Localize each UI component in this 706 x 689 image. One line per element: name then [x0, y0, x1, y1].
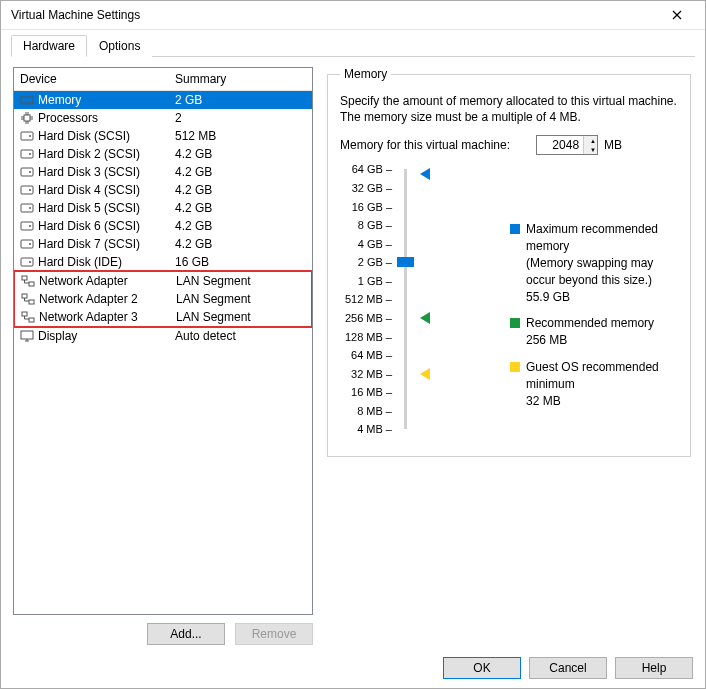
device-name: Hard Disk 2 (SCSI): [38, 147, 140, 161]
device-row[interactable]: Hard Disk 5 (SCSI)4.2 GB: [14, 199, 312, 217]
memory-description: Specify the amount of memory allocated t…: [340, 93, 678, 125]
svg-rect-16: [21, 150, 33, 158]
device-summary: 4.2 GB: [175, 201, 306, 215]
cpu-icon: [20, 112, 34, 124]
slider-track[interactable]: [404, 169, 407, 429]
close-button[interactable]: [657, 1, 697, 29]
svg-rect-14: [21, 132, 33, 140]
left-pane: Device Summary Memory2 GBProcessors2Hard…: [13, 67, 313, 645]
device-name: Network Adapter: [39, 274, 128, 288]
disk-icon: [20, 166, 34, 178]
device-name: Network Adapter 2: [39, 292, 138, 306]
header-summary: Summary: [175, 72, 306, 86]
device-summary: LAN Segment: [176, 274, 305, 288]
memory-input[interactable]: [537, 136, 583, 154]
memory-unit: MB: [604, 138, 622, 152]
help-button[interactable]: Help: [615, 657, 693, 679]
min-arrow-icon: [420, 368, 430, 380]
tick-label: 2 GB –: [340, 256, 392, 268]
device-buttons: Add... Remove: [13, 615, 313, 645]
device-name: Network Adapter 3: [39, 310, 138, 324]
device-row[interactable]: Hard Disk (IDE)16 GB: [14, 253, 312, 271]
rows-after-highlight: DisplayAuto detect: [14, 327, 312, 345]
svg-rect-18: [21, 168, 33, 176]
svg-rect-34: [22, 312, 27, 316]
svg-point-21: [29, 189, 31, 191]
device-summary: LAN Segment: [176, 292, 305, 306]
tabs-area: Hardware Options: [1, 30, 705, 57]
tick-label: 8 MB –: [340, 405, 392, 417]
device-row[interactable]: Network Adapter 2LAN Segment: [15, 290, 311, 308]
tab-hardware[interactable]: Hardware: [11, 35, 87, 57]
tick-label: 256 MB –: [340, 312, 392, 324]
dialog-footer: OK Cancel Help: [1, 651, 705, 689]
display-icon: [20, 330, 34, 342]
tick-label: 32 MB –: [340, 368, 392, 380]
spin-up-icon[interactable]: ▲: [584, 136, 597, 145]
tick-label: 16 GB –: [340, 201, 392, 213]
device-row[interactable]: Network AdapterLAN Segment: [15, 272, 311, 290]
device-summary: 2 GB: [175, 93, 306, 107]
memory-input-label: Memory for this virtual machine:: [340, 138, 510, 152]
content: Device Summary Memory2 GBProcessors2Hard…: [1, 57, 705, 651]
device-summary: 512 MB: [175, 129, 306, 143]
device-name: Hard Disk 6 (SCSI): [38, 219, 140, 233]
add-button[interactable]: Add...: [147, 623, 225, 645]
memory-icon: [20, 94, 34, 106]
svg-point-25: [29, 225, 31, 227]
device-name: Hard Disk (SCSI): [38, 129, 130, 143]
window-title: Virtual Machine Settings: [11, 8, 657, 22]
memory-spinner[interactable]: ▲ ▼: [536, 135, 598, 155]
spin-down-icon[interactable]: ▼: [584, 145, 597, 154]
settings-window: Virtual Machine Settings Hardware Option…: [0, 0, 706, 689]
ok-button[interactable]: OK: [443, 657, 521, 679]
memory-legend: Memory: [340, 67, 391, 81]
svg-rect-22: [21, 204, 33, 212]
device-list[interactable]: Device Summary Memory2 GBProcessors2Hard…: [13, 67, 313, 615]
device-row[interactable]: Hard Disk 4 (SCSI)4.2 GB: [14, 181, 312, 199]
legend-rec: Recommended memory 256 MB: [510, 315, 678, 349]
rows-before-highlight: Memory2 GBProcessors2Hard Disk (SCSI)512…: [14, 91, 312, 271]
tick-area: 64 GB –32 GB –16 GB –8 GB –4 GB –2 GB –1…: [340, 169, 400, 429]
device-row[interactable]: Memory2 GB: [14, 91, 312, 109]
square-icon: [510, 318, 520, 328]
tick-label: 16 MB –: [340, 386, 392, 398]
device-name: Processors: [38, 111, 98, 125]
device-row[interactable]: DisplayAuto detect: [14, 327, 312, 345]
tick-label: 512 MB –: [340, 293, 392, 305]
device-summary: 2: [175, 111, 306, 125]
net-icon: [21, 293, 35, 305]
tick-label: 128 MB –: [340, 331, 392, 343]
svg-rect-30: [22, 276, 27, 280]
device-summary: 4.2 GB: [175, 183, 306, 197]
device-row[interactable]: Hard Disk 7 (SCSI)4.2 GB: [14, 235, 312, 253]
rec-arrow-icon: [420, 312, 430, 324]
tick-label: 4 GB –: [340, 238, 392, 250]
tab-options[interactable]: Options: [87, 35, 152, 57]
slider-thumb[interactable]: [397, 257, 414, 267]
square-icon: [510, 362, 520, 372]
svg-point-19: [29, 171, 31, 173]
device-row[interactable]: Processors2: [14, 109, 312, 127]
legend-max-sub: (Memory swapping may occur beyond this s…: [526, 255, 678, 289]
device-row[interactable]: Hard Disk (SCSI)512 MB: [14, 127, 312, 145]
cancel-button[interactable]: Cancel: [529, 657, 607, 679]
title-bar: Virtual Machine Settings: [1, 1, 705, 30]
disk-icon: [20, 202, 34, 214]
svg-rect-35: [29, 318, 34, 322]
net-icon: [21, 275, 35, 287]
device-row[interactable]: Hard Disk 2 (SCSI)4.2 GB: [14, 145, 312, 163]
net-icon: [21, 311, 35, 323]
device-row[interactable]: Hard Disk 3 (SCSI)4.2 GB: [14, 163, 312, 181]
device-row[interactable]: Hard Disk 6 (SCSI)4.2 GB: [14, 217, 312, 235]
device-summary: 4.2 GB: [175, 165, 306, 179]
tick-label: 8 GB –: [340, 219, 392, 231]
disk-icon: [20, 220, 34, 232]
disk-icon: [20, 148, 34, 160]
device-summary: LAN Segment: [176, 310, 305, 324]
legend-rec-label: Recommended memory: [526, 315, 654, 332]
device-summary: 4.2 GB: [175, 219, 306, 233]
device-row[interactable]: Network Adapter 3LAN Segment: [15, 308, 311, 326]
device-name: Hard Disk 5 (SCSI): [38, 201, 140, 215]
svg-rect-36: [21, 331, 33, 339]
